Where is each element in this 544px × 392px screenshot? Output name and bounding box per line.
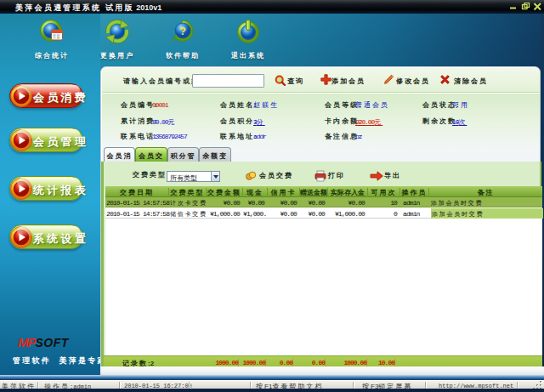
svg-text:?: ?: [179, 25, 186, 37]
